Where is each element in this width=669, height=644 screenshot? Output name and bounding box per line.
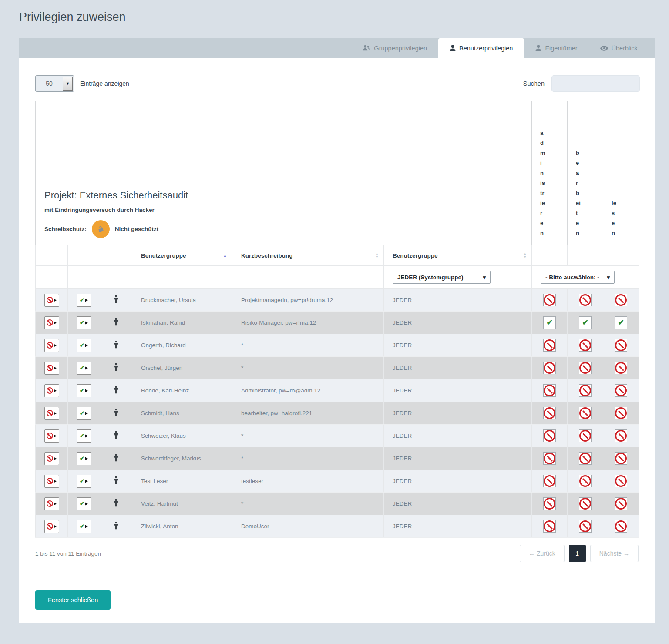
table-row: Ongerth, Richard * JEDER: [36, 334, 639, 357]
table-row: Orschel, Jürgen * JEDER: [36, 357, 639, 379]
group-filter-select[interactable]: JEDER (Systemgruppe): [393, 271, 491, 284]
deny-icon[interactable]: [543, 339, 556, 352]
allow-all-button[interactable]: [77, 429, 91, 443]
allow-all-button[interactable]: [77, 294, 91, 307]
allow-all-button[interactable]: [77, 362, 91, 375]
header-benutzergruppe[interactable]: Benutzergruppe: [132, 245, 232, 266]
page-1-button[interactable]: 1: [569, 545, 586, 562]
deny-icon[interactable]: [543, 452, 556, 465]
allow-all-button[interactable]: [77, 452, 91, 465]
allow-all-button[interactable]: [77, 384, 91, 397]
allow-all-button[interactable]: [77, 475, 91, 488]
deny-icon[interactable]: [615, 294, 627, 306]
allow-icon[interactable]: [543, 316, 556, 329]
deny-icon[interactable]: [543, 429, 556, 442]
user-group: JEDER: [384, 493, 532, 515]
page-length-select[interactable]: 50 ▼: [35, 75, 74, 92]
deny-icon[interactable]: [579, 497, 592, 510]
deny-all-button[interactable]: [44, 316, 59, 329]
filter-empty: [68, 266, 100, 289]
deny-all-button[interactable]: [44, 497, 59, 510]
user-description: *: [232, 425, 384, 447]
allow-all-button[interactable]: [77, 497, 91, 510]
deny-all-button[interactable]: [44, 339, 59, 352]
header-empty: [603, 245, 639, 266]
write-protection-toggle[interactable]: [92, 220, 110, 238]
deny-icon[interactable]: [615, 475, 627, 487]
header-label: Kurzbeschreibung: [241, 252, 293, 259]
sort-asc-icon[interactable]: [223, 253, 227, 258]
deny-all-button[interactable]: [44, 520, 59, 533]
deny-icon[interactable]: [543, 384, 556, 397]
chevron-down-icon[interactable]: ▼: [63, 77, 73, 91]
user-group: JEDER: [384, 379, 532, 402]
person-icon: [113, 431, 119, 439]
deny-icon[interactable]: [543, 294, 556, 306]
prev-page-button[interactable]: ← Zurück: [520, 545, 565, 562]
arrow-right-icon: [54, 457, 57, 460]
deny-icon[interactable]: [615, 407, 627, 419]
sort-icon[interactable]: [375, 252, 379, 258]
allow-all-button[interactable]: [77, 407, 91, 420]
deny-icon[interactable]: [615, 362, 627, 374]
user-description: Risiko-Manager, pw=r!ma.12: [232, 312, 384, 334]
vertical-header-label: administrieren: [540, 128, 545, 238]
table-row: Schweizer, Klaus * JEDER: [36, 425, 639, 447]
close-window-button[interactable]: Fenster schließen: [35, 590, 111, 610]
project-header-row: Projekt: Externes Sicherheitsaudit mit E…: [36, 101, 639, 245]
deny-icon[interactable]: [543, 407, 556, 419]
project-subtitle: mit Eindringungsversuch durch Hacker: [44, 207, 531, 213]
deny-icon[interactable]: [615, 497, 627, 510]
filter-row: JEDER (Systemgruppe) - Bitte auswählen: …: [36, 266, 639, 289]
user-group: JEDER: [384, 334, 532, 357]
deny-icon[interactable]: [579, 429, 592, 442]
deny-icon[interactable]: [615, 520, 627, 533]
deny-icon[interactable]: [579, 294, 592, 306]
user-description: *: [232, 493, 384, 515]
tab-benutzerprivilegien[interactable]: Benutzerprivilegien: [438, 38, 524, 58]
deny-icon[interactable]: [543, 362, 556, 374]
deny-icon[interactable]: [615, 429, 627, 442]
allow-all-button[interactable]: [77, 316, 91, 329]
tab-eigentuemer[interactable]: Eigentümer: [524, 38, 588, 58]
header-benutzergruppe-2[interactable]: Benutzergruppe: [384, 245, 532, 266]
deny-icon[interactable]: [579, 407, 592, 419]
sort-icon[interactable]: [523, 252, 527, 258]
deny-icon[interactable]: [579, 520, 592, 533]
privileges-table: Projekt: Externes Sicherheitsaudit mit E…: [35, 101, 639, 538]
deny-all-button[interactable]: [44, 362, 59, 375]
tab-gruppenprivilegien[interactable]: Gruppenprivilegien: [351, 38, 438, 58]
deny-icon[interactable]: [579, 452, 592, 465]
deny-all-button[interactable]: [44, 429, 59, 443]
deny-icon[interactable]: [579, 362, 592, 374]
deny-icon[interactable]: [615, 452, 627, 465]
header-kurzbeschreibung[interactable]: Kurzbeschreibung: [232, 245, 384, 266]
arrow-right-icon: [85, 412, 88, 415]
deny-all-button[interactable]: [44, 452, 59, 465]
search-input[interactable]: [551, 75, 640, 92]
deny-icon[interactable]: [543, 497, 556, 510]
deny-icon[interactable]: [615, 384, 627, 397]
next-page-button[interactable]: Nächste →: [590, 545, 639, 562]
project-title: Projekt: Externes Sicherheitsaudit: [44, 190, 531, 201]
deny-all-button[interactable]: [44, 475, 59, 488]
allow-all-button[interactable]: [77, 520, 91, 533]
deny-icon[interactable]: [543, 475, 556, 487]
deny-all-button[interactable]: [44, 294, 59, 307]
deny-icon[interactable]: [579, 384, 592, 397]
user-description: DemoUser: [232, 515, 384, 538]
deny-all-button[interactable]: [44, 384, 59, 397]
allow-all-button[interactable]: [77, 339, 91, 352]
tab-ueberblick[interactable]: Überblick: [589, 38, 649, 58]
deny-icon[interactable]: [579, 339, 592, 352]
allow-icon[interactable]: [615, 316, 627, 329]
privilege-filter-select[interactable]: - Bitte auswählen: -: [541, 271, 615, 284]
deny-icon[interactable]: [615, 339, 627, 352]
divider: [28, 582, 646, 582]
deny-icon[interactable]: [543, 520, 556, 533]
user-name: Zilwicki, Anton: [132, 515, 232, 538]
deny-all-button[interactable]: [44, 407, 59, 420]
deny-icon[interactable]: [579, 475, 592, 487]
allow-icon[interactable]: [579, 316, 592, 329]
eye-icon: [600, 46, 608, 51]
